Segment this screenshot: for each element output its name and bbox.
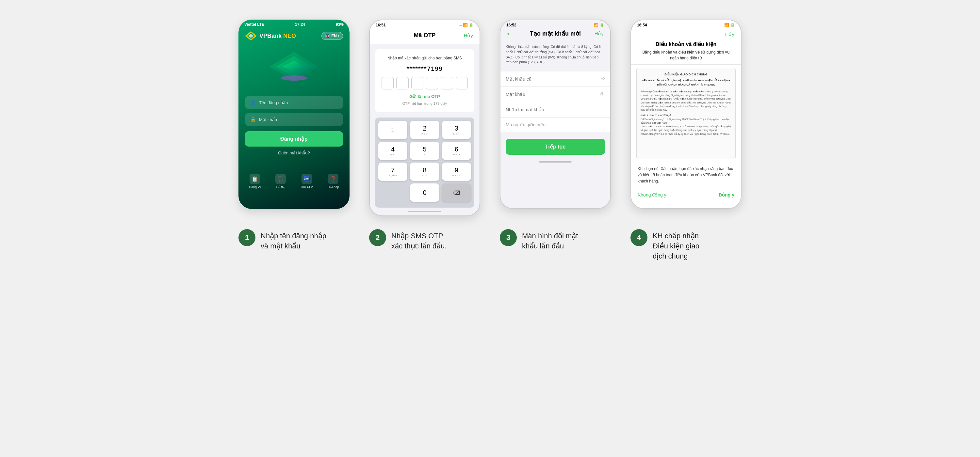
- nav-atm-label: Tìm ATM: [300, 186, 313, 189]
- numpad-key-8[interactable]: 8TUV: [410, 163, 439, 181]
- step-number-2: 2: [369, 229, 386, 246]
- faq-icon: ❓: [328, 174, 339, 184]
- nav-register[interactable]: 📋 Đăng ký: [249, 174, 261, 189]
- terms-cancel-button[interactable]: Hủy: [725, 31, 734, 37]
- numpad-row-4: 0 ⌫: [378, 184, 471, 202]
- nav-faq[interactable]: ❓ Hỏi đáp: [328, 174, 339, 189]
- step-text-2: Nhập SMS OTPxác thực lần đầu.: [391, 229, 447, 251]
- numpad: 1 2ABC 3DEF 4GHI 5JKL 6MNO 7PQRS 8TUV 9W…: [375, 117, 474, 208]
- login-graphic: [239, 47, 350, 86]
- pw-new-password-input[interactable]: [506, 92, 600, 97]
- otp-input-row: [382, 77, 468, 89]
- status-bar-4: 16:54 📶 🔋: [631, 20, 741, 29]
- bottom-nav: 📋 Đăng ký 🎧 Hỗ trợ 🏧 Tìm ATM ❓ Hỏi đáp: [239, 168, 350, 194]
- otp-box-5[interactable]: [441, 77, 453, 89]
- terms-doc-subtitle: VỀ CUNG CẤP VÀ SỬ DỤNG DỊCH VỤ NGÂN HÀNG…: [641, 79, 732, 87]
- signal-icons-2: ··· 📶 🔋: [459, 23, 474, 27]
- nav-register-label: Đăng ký: [249, 186, 261, 189]
- terms-disagree-button[interactable]: Không đồng ý: [638, 192, 667, 197]
- pw-eye-icon-2[interactable]: 👁: [600, 91, 605, 97]
- terms-agree-button[interactable]: Đồng ý: [719, 192, 734, 197]
- numpad-key-3[interactable]: 3DEF: [442, 121, 471, 139]
- otp-title: Mã OTP: [414, 32, 436, 38]
- username-field[interactable]: 👤 Tên đăng nhập: [245, 96, 343, 109]
- register-icon: 📋: [250, 174, 260, 184]
- pw-cancel-button[interactable]: Hủy: [595, 31, 604, 36]
- step-2: 2 Nhập SMS OTPxác thực lần đầu.: [369, 229, 480, 261]
- pw-confirm-password-input[interactable]: [506, 107, 600, 112]
- terms-doc-article1: Điều 1. Giải Thích Từ Ngữ "VPBank/Ngân H…: [641, 114, 732, 136]
- step-text-4: KH chấp nhậnĐiều kiện giaodịch chung: [653, 229, 699, 261]
- phone1-header: VPBank NEO 🇬🇧 EN ›: [239, 28, 350, 47]
- brand-name: VPBank NEO: [259, 33, 296, 40]
- numpad-key-2[interactable]: 2ABC: [410, 121, 439, 139]
- username-placeholder: Tên đăng nhập: [259, 100, 288, 105]
- step-number-3: 3: [500, 229, 517, 246]
- pw-referral-placeholder: Mã người giới thiệu: [506, 122, 546, 127]
- pw-continue-button[interactable]: Tiếp tục: [506, 139, 605, 155]
- phones-container: Viettel LTE 17:24 93% VPBank NEO 🇬🇧 EN ›: [26, 20, 954, 216]
- step-4: 4 KH chấp nhậnĐiều kiện giaodịch chung: [630, 229, 741, 261]
- otp-box-1[interactable]: [382, 77, 394, 89]
- numpad-key-4[interactable]: 4GHI: [378, 142, 407, 160]
- time-2: 16:51: [375, 23, 386, 27]
- steps-container: 1 Nhập tên đăng nhậpvà mật khẩu 2 Nhập S…: [26, 229, 954, 261]
- terms-document[interactable]: ĐIỀU KIỆN GIAO DỊCH CHUNG VỀ CUNG CẤP VÀ…: [636, 68, 736, 159]
- password-field[interactable]: 🔒 Mật khẩu: [245, 113, 343, 126]
- step-text-1: Nhập tên đăng nhậpvà mật khẩu: [261, 229, 326, 251]
- svg-point-6: [281, 75, 307, 81]
- masked-phone: *******7199: [382, 66, 468, 73]
- lang-label: EN: [331, 33, 337, 38]
- login-button[interactable]: Đăng nhập: [245, 131, 343, 146]
- step-1: 1 Nhập tên đăng nhậpvà mật khẩu: [239, 229, 350, 261]
- pw-referral-row: Mã người giới thiệu: [500, 117, 610, 132]
- numpad-key-9[interactable]: 9WXYZ: [442, 163, 471, 181]
- pw-eye-icon-3: 👁: [600, 107, 605, 113]
- pw-eye-icon-1[interactable]: 👁: [600, 76, 605, 82]
- vpbank-logo-icon: [245, 31, 257, 40]
- login-graphic-svg: [268, 50, 320, 83]
- terms-subtitle: Bảng điều khoản và điều kiện về sử dụng …: [638, 49, 734, 61]
- numpad-key-6[interactable]: 6MNO: [442, 142, 471, 160]
- vpbank-logo: VPBank NEO: [245, 31, 296, 40]
- phone1-body: 👤 Tên đăng nhập 🔒 Mật khẩu Đăng nhập Quê…: [239, 89, 350, 162]
- lang-button[interactable]: 🇬🇧 EN ›: [321, 32, 343, 40]
- numpad-row-2: 4GHI 5JKL 6MNO: [378, 142, 471, 160]
- flag-icon: 🇬🇧: [325, 33, 330, 38]
- pw-new-password-row: 👁: [500, 87, 610, 102]
- support-icon: 🎧: [275, 174, 286, 184]
- numpad-row-1: 1 2ABC 3DEF: [378, 121, 471, 139]
- forgot-password-link[interactable]: Quên mật khẩu?: [245, 151, 343, 156]
- numpad-key-5[interactable]: 5JKL: [410, 142, 439, 160]
- numpad-key-0[interactable]: 0: [410, 184, 439, 202]
- otp-box-3[interactable]: [411, 77, 423, 89]
- pw-old-password-input[interactable]: [506, 76, 600, 82]
- home-indicator-2: [408, 211, 441, 212]
- otp-box-4[interactable]: [426, 77, 438, 89]
- step-text-3: Màn hình đổi mậtkhẩu lần đầu: [522, 229, 578, 251]
- nav-support[interactable]: 🎧 Hỗ trợ: [275, 174, 286, 189]
- resend-otp-button[interactable]: Gửi lại mã OTP: [382, 94, 468, 99]
- time-4: 16:54: [637, 23, 647, 27]
- terms-doc-title: ĐIỀU KIỆN GIAO DỊCH CHUNG: [641, 72, 732, 77]
- pw-hint: Không chứa dấu cách trống. Có độ dài ít …: [500, 40, 610, 69]
- signal-icons-4: 📶 🔋: [724, 23, 735, 27]
- terms-header: Hủy: [631, 29, 741, 41]
- otp-header: Mã OTP Hủy: [370, 29, 480, 44]
- status-bar-3: 16:52 📶 🔋: [500, 20, 610, 29]
- numpad-key-7[interactable]: 7PQRS: [378, 163, 407, 181]
- otp-cancel-button[interactable]: Hủy: [464, 33, 473, 38]
- pw-confirm-password-row: 👁: [500, 102, 610, 117]
- lock-icon: 🔒: [250, 117, 256, 122]
- otp-box-2[interactable]: [396, 77, 408, 89]
- numpad-key-1[interactable]: 1: [378, 121, 407, 139]
- step-number-1: 1: [239, 229, 255, 246]
- otp-body: Nhập mã xác nhận gửi cho bạn bằng SMS **…: [375, 49, 474, 112]
- step-3: 3 Màn hình đổi mậtkhẩu lần đầu: [500, 229, 611, 261]
- phone-otp: 16:51 ··· 📶 🔋 Mã OTP Hủy Nhập mã xác nhậ…: [369, 20, 480, 216]
- nav-atm[interactable]: 🏧 Tìm ATM: [300, 174, 313, 189]
- numpad-key-delete[interactable]: ⌫: [442, 184, 471, 202]
- password-placeholder: Mật khẩu: [259, 117, 277, 122]
- pw-back-button[interactable]: <: [507, 31, 511, 38]
- otp-box-6[interactable]: [456, 77, 468, 89]
